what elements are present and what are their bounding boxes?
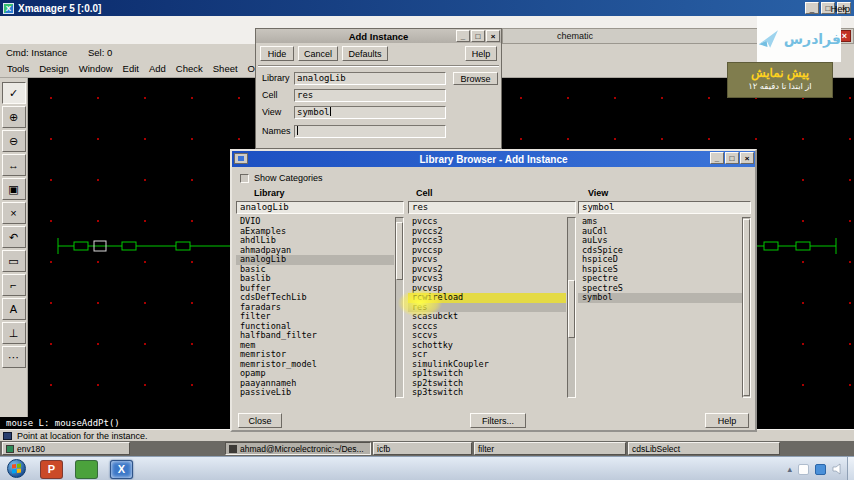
selection-filter-icon[interactable]: ✓: [2, 82, 26, 104]
view-filter-input[interactable]: symbol: [578, 201, 751, 214]
library-list-item[interactable]: faradars: [236, 303, 394, 313]
menu-add[interactable]: Add: [144, 61, 171, 76]
scrollbar-thumb[interactable]: [396, 222, 403, 280]
taskbutton-terminal[interactable]: ahmad@Microelectronic:~/Des...: [225, 442, 371, 455]
cell-list-item[interactable]: pvccs3: [408, 236, 566, 246]
minimize-icon[interactable]: _: [710, 152, 724, 164]
view-list-item[interactable]: ams: [578, 217, 742, 227]
view-scrollbar[interactable]: [742, 217, 751, 398]
view-list-item[interactable]: hspiceD: [578, 255, 742, 265]
cell-list-item[interactable]: scccs: [408, 322, 566, 332]
menu-window[interactable]: Window: [74, 61, 118, 76]
menu-tools[interactable]: Tools: [2, 61, 34, 76]
taskbar-green-app-icon[interactable]: [75, 460, 98, 479]
close-icon[interactable]: ×: [486, 30, 500, 42]
cell-list-item[interactable]: res: [408, 303, 566, 313]
pin-icon[interactable]: ⊥: [2, 322, 26, 344]
cell-list-item[interactable]: sp3tswitch: [408, 388, 566, 398]
cell-list-item[interactable]: sp2tswitch: [408, 379, 566, 389]
cell-filter-input[interactable]: res: [408, 201, 576, 214]
start-button[interactable]: [7, 459, 26, 478]
names-field[interactable]: [294, 125, 446, 138]
scrollbar-thumb[interactable]: [743, 219, 750, 396]
cell-list-item[interactable]: scasubckt: [408, 312, 566, 322]
maximize-icon[interactable]: □: [725, 152, 739, 164]
taskbar-powerpoint-icon[interactable]: P: [40, 460, 63, 479]
cell-list-item[interactable]: rcwireload: [408, 293, 566, 303]
library-list-item[interactable]: halfband_filter: [236, 331, 394, 341]
library-list-item[interactable]: paayannameh: [236, 379, 394, 389]
cell-list-item[interactable]: simulinkCoupler: [408, 360, 566, 370]
menu-edit[interactable]: Edit: [118, 61, 144, 76]
cell-list-item[interactable]: sp1tswitch: [408, 369, 566, 379]
zoom-in-icon[interactable]: ⊕: [2, 106, 26, 128]
instance-icon[interactable]: ▭: [2, 250, 26, 272]
library-list-item[interactable]: cdsDefTechLib: [236, 293, 394, 303]
help-button[interactable]: Help: [465, 46, 497, 61]
help-button[interactable]: Help: [705, 413, 749, 428]
minimize-icon[interactable]: _: [805, 2, 819, 14]
taskbutton-filter[interactable]: filter: [474, 442, 626, 455]
library-list-item[interactable]: aExamples: [236, 227, 394, 237]
filters-button[interactable]: Filters...: [470, 413, 526, 428]
library-scrollbar[interactable]: [395, 217, 404, 398]
cell-list-item[interactable]: sccvs: [408, 331, 566, 341]
cell-list-item[interactable]: schottky: [408, 341, 566, 351]
view-list-item[interactable]: symbol: [578, 293, 742, 303]
defaults-button[interactable]: Defaults: [342, 46, 388, 61]
library-list-item[interactable]: baslib: [236, 274, 394, 284]
cancel-button[interactable]: Cancel: [298, 46, 338, 61]
zoom-out-icon[interactable]: ⊖: [2, 130, 26, 152]
cell-list-item[interactable]: pvcvs2: [408, 265, 566, 275]
library-list-item[interactable]: functional: [236, 322, 394, 332]
cell-list-item[interactable]: pvccs2: [408, 227, 566, 237]
library-list-item[interactable]: DVIO: [236, 217, 394, 227]
menu-design[interactable]: Design: [34, 61, 74, 76]
menu-check[interactable]: Check: [171, 61, 208, 76]
show-categories-toggle[interactable]: Show Categories: [240, 173, 323, 183]
delete-icon[interactable]: ×: [2, 202, 26, 224]
library-field[interactable]: analogLib: [294, 72, 446, 85]
library-filter-input[interactable]: analogLib: [236, 201, 404, 214]
wire-name-icon[interactable]: A: [2, 298, 26, 320]
maximize-icon[interactable]: □: [471, 30, 485, 42]
tray-app-icon[interactable]: [798, 464, 809, 475]
close-button[interactable]: Close: [238, 413, 282, 428]
library-list-item[interactable]: ahdlLib: [236, 236, 394, 246]
hide-button[interactable]: Hide: [260, 46, 294, 61]
volume-icon[interactable]: [832, 463, 844, 475]
library-list-item[interactable]: mem: [236, 341, 394, 351]
view-list-item[interactable]: spectre: [578, 274, 742, 284]
view-list-item[interactable]: hspiceS: [578, 265, 742, 275]
library-list-item[interactable]: opamp: [236, 369, 394, 379]
view-list-item[interactable]: spectreS: [578, 284, 742, 294]
close-icon[interactable]: ×: [740, 152, 754, 164]
cell-list-item[interactable]: pvcvs3: [408, 274, 566, 284]
taskbar-xmanager-icon[interactable]: X: [110, 460, 133, 479]
undo-icon[interactable]: ↶: [2, 226, 26, 248]
library-list-item[interactable]: filter: [236, 312, 394, 322]
library-list-item[interactable]: analogLib: [236, 255, 394, 265]
menu-sheet[interactable]: Sheet: [208, 61, 243, 76]
cell-list-item[interactable]: pvccs: [408, 217, 566, 227]
tray-display-icon[interactable]: [815, 464, 826, 475]
stretch-icon[interactable]: ↔: [2, 154, 26, 176]
cell-list-item[interactable]: pvccsp: [408, 246, 566, 256]
menu-help[interactable]: Help: [830, 3, 850, 14]
scrollbar-thumb[interactable]: [568, 280, 575, 338]
tray-expand-icon[interactable]: ▴: [787, 464, 792, 474]
view-list-item[interactable]: cdsSpice: [578, 246, 742, 256]
cell-scrollbar[interactable]: [567, 217, 576, 398]
browse-button[interactable]: Browse: [453, 72, 498, 85]
library-list-item[interactable]: buffer: [236, 284, 394, 294]
cell-list-item[interactable]: pvcvsp: [408, 284, 566, 294]
copy-icon[interactable]: ▣: [2, 178, 26, 200]
wire-icon[interactable]: ⌐: [2, 274, 26, 296]
cell-field[interactable]: res: [294, 89, 446, 102]
cell-list-item[interactable]: scr: [408, 350, 566, 360]
minimize-icon[interactable]: _: [456, 30, 470, 42]
taskbutton-icfb[interactable]: icfb: [373, 442, 472, 455]
view-field[interactable]: symbol: [294, 106, 446, 119]
cmd-options-icon[interactable]: ⋯: [2, 346, 26, 368]
library-list-item[interactable]: passiveLib: [236, 388, 394, 398]
